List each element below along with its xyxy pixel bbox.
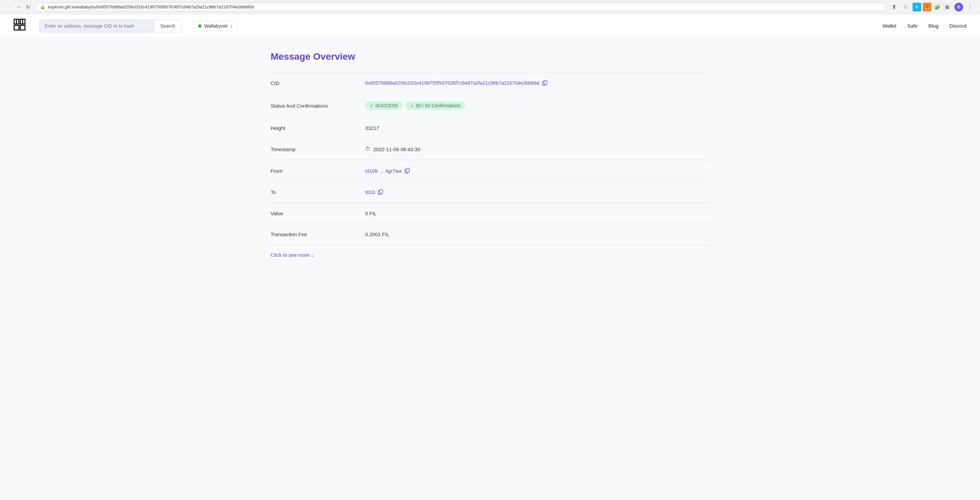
confirmations-check-icon: ✓ [410, 103, 414, 108]
success-label: SUCCESS [375, 103, 398, 108]
value-amount: 0 FIL [365, 211, 710, 216]
success-check-icon: ✓ [370, 103, 374, 108]
app-header: Search Wallabynet ↓ Wallet Safe Blog Dis… [0, 14, 980, 38]
svg-rect-3 [20, 25, 25, 30]
timestamp-row: Timestamp ⏱ 2022-11-06 06:43:30 [270, 139, 710, 160]
to-value: t010 [365, 189, 710, 195]
vimeo-ext-icon[interactable]: V [913, 3, 921, 11]
cid-value: 0x8557b688a0256c033c4199755f937636f7c848… [365, 80, 710, 86]
browser-actions: ⬆ ☆ V 🦊 🧩 ⊞ G ⋮ [889, 3, 975, 11]
menu-button[interactable]: ⋮ [966, 3, 975, 11]
timestamp-text: 2022-11-06 06:43:30 [373, 146, 420, 152]
network-label: Wallabynet [204, 23, 228, 29]
svg-rect-9 [406, 168, 409, 172]
url-bar[interactable]: 🔒 explorer.glif.io/wallaby/tx/0x8557b688… [35, 3, 886, 11]
fee-label: Transaction Fee [270, 232, 365, 237]
from-label: From [270, 168, 365, 174]
lock-icon: 🔒 [40, 5, 45, 10]
height-value: 33217 [365, 125, 710, 131]
confirmations-label: 50 / 50 Confirmations [416, 103, 461, 108]
app-logo [13, 19, 25, 33]
value-label: Value [270, 211, 365, 216]
reload-button[interactable]: ↻ [24, 3, 32, 11]
logo-svg [13, 19, 25, 31]
svg-rect-2 [14, 25, 19, 30]
fee-row: Transaction Fee 0.2001 FIL [270, 224, 710, 245]
cid-link[interactable]: 0x8557b688a0256c033c4199755f937636f7c848… [365, 80, 539, 86]
browser-nav-buttons: ← → ↻ [5, 3, 32, 11]
status-badge-success: ✓ SUCCESS [365, 101, 403, 110]
url-text: explorer.glif.io/wallaby/tx/0x8557b688a0… [48, 5, 881, 10]
status-value: ✓ SUCCESS ✓ 50 / 50 Confirmations [365, 101, 710, 110]
clock-icon: ⏱ [365, 146, 371, 152]
status-badge-confirmations: ✓ 50 / 50 Confirmations [406, 101, 465, 110]
search-button[interactable]: Search [154, 19, 181, 32]
to-row: To t010 [270, 181, 710, 203]
search-input[interactable] [39, 19, 154, 32]
puzzle-ext-icon[interactable]: 🧩 [933, 3, 942, 11]
nav-wallet[interactable]: Wallet [883, 23, 896, 29]
network-status-dot [198, 24, 202, 28]
bookmark-button[interactable]: ☆ [901, 3, 910, 11]
height-row: Height 33217 [270, 118, 710, 139]
value-text: 0 FIL [365, 211, 377, 216]
browser-chrome: ← → ↻ 🔒 explorer.glif.io/wallaby/tx/0x85… [0, 0, 980, 14]
page-title: Message Overview [270, 51, 710, 62]
from-copy-icon[interactable] [404, 168, 410, 174]
nav-safe[interactable]: Safe [907, 23, 918, 29]
nav-blog[interactable]: Blog [928, 23, 939, 29]
profile-icon[interactable]: G [955, 3, 963, 11]
bottom-divider [270, 245, 710, 245]
extension-icons: V 🦊 🧩 ⊞ [913, 3, 951, 11]
fee-text: 0.2001 FIL [365, 232, 390, 237]
search-container: Search [39, 19, 181, 32]
timestamp-label: Timestamp [270, 146, 365, 152]
height-label: Height [270, 125, 365, 131]
share-button[interactable]: ⬆ [889, 3, 898, 11]
grid-ext-icon[interactable]: ⊞ [943, 3, 951, 11]
timestamp-value: ⏱ 2022-11-06 06:43:30 [365, 146, 710, 152]
svg-rect-11 [380, 190, 383, 193]
cid-copy-icon[interactable] [542, 80, 548, 86]
forward-button[interactable]: → [15, 3, 22, 11]
status-label: Status And Confirmations [270, 103, 365, 109]
fee-value: 0.2001 FIL [365, 232, 710, 237]
to-copy-icon[interactable] [378, 189, 384, 195]
main-content: Message Overview CID 0x8557b688a0256c033… [254, 38, 726, 278]
from-row: From t410fr ... 4gr7wa [270, 160, 710, 181]
fox-ext-icon[interactable]: 🦊 [923, 3, 931, 11]
to-address-link[interactable]: t010 [365, 189, 375, 195]
cid-label: CID [270, 80, 365, 86]
to-label: To [270, 189, 365, 195]
height-number: 33217 [365, 125, 379, 131]
status-row: Status And Confirmations ✓ SUCCESS ✓ 50 … [270, 94, 710, 118]
back-button[interactable]: ← [5, 3, 13, 11]
nav-discord[interactable]: Discord [949, 23, 967, 29]
from-address-link[interactable]: t410fr ... 4gr7wa [365, 168, 402, 174]
svg-rect-7 [544, 81, 547, 84]
header-nav: Wallet Safe Blog Discord [883, 23, 967, 29]
click-more-link[interactable]: Click to see more ↓ [270, 252, 314, 258]
value-row: Value 0 FIL [270, 203, 710, 224]
network-chevron-icon: ↓ [230, 23, 232, 29]
cid-row: CID 0x8557b688a0256c033c4199755f937636f7… [270, 73, 710, 94]
from-value: t410fr ... 4gr7wa [365, 168, 710, 174]
network-selector[interactable]: Wallabynet ↓ [193, 21, 237, 31]
